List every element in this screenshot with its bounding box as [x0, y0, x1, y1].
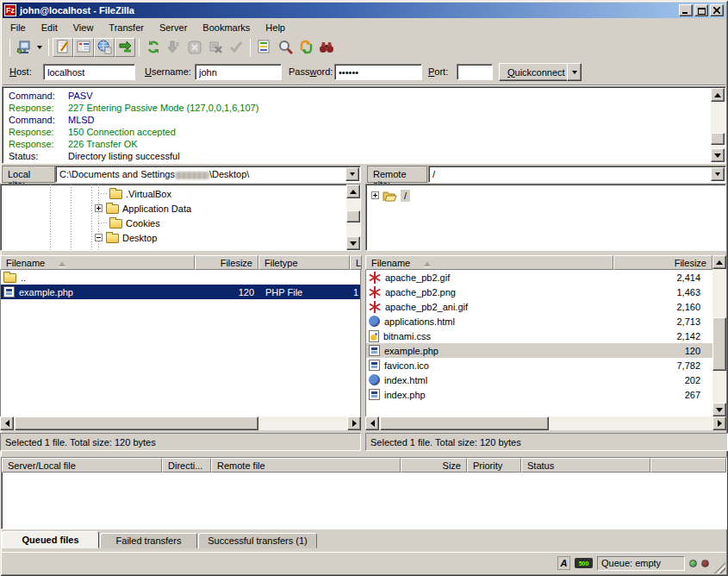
php-file-icon	[369, 345, 380, 356]
remote-file-row[interactable]: favicon.ico 7,782	[366, 358, 712, 373]
remote-file-row[interactable]: applications.html 2,713	[366, 314, 712, 329]
maximize-icon	[698, 7, 706, 15]
arrow-up-icon	[714, 90, 721, 97]
scroll-up-button[interactable]	[712, 255, 726, 269]
title-bar[interactable]: Fz john@localhost - FileZilla	[3, 3, 725, 18]
site-manager-button[interactable]	[14, 38, 34, 57]
minimize-button[interactable]	[679, 4, 693, 16]
quickconnect-dropdown-button[interactable]	[567, 63, 582, 81]
tree-item-virtualbox[interactable]: .VirtualBox	[109, 186, 171, 201]
toggle-transfer-queue-button[interactable]	[115, 38, 135, 57]
find-files-button[interactable]	[316, 38, 337, 57]
arrow-down-icon	[716, 408, 723, 416]
scroll-down-button[interactable]	[711, 148, 725, 162]
host-input[interactable]	[43, 64, 135, 80]
remote-header-filesize[interactable]: Filesize	[613, 255, 712, 270]
scroll-left-button[interactable]	[365, 416, 379, 430]
username-input[interactable]	[195, 64, 282, 80]
disconnect-button[interactable]	[205, 38, 226, 57]
toggle-remote-tree-button[interactable]	[94, 38, 115, 57]
port-input[interactable]	[457, 64, 493, 80]
directory-comparison-button[interactable]	[275, 38, 296, 57]
scrollbar-thumb[interactable]	[712, 317, 726, 371]
tab-successful-transfers[interactable]: Successful transfers (1)	[198, 533, 317, 548]
toggle-message-log-button[interactable]	[53, 38, 73, 57]
scroll-down-button[interactable]	[712, 403, 726, 416]
scroll-down-button[interactable]	[346, 236, 360, 250]
quickconnect-button[interactable]: Quickconnect	[499, 63, 574, 81]
remote-file-row[interactable]: apache_pb2.gif 2,414	[366, 270, 712, 285]
scroll-right-button[interactable]	[712, 416, 726, 430]
reconnect-button[interactable]	[226, 38, 246, 57]
queue-header-remote-file[interactable]: Remote file	[211, 458, 401, 473]
process-queue-button[interactable]	[164, 38, 184, 57]
transfer-type-ascii-indicator[interactable]: A	[557, 556, 570, 570]
scrollbar-thumb[interactable]	[15, 416, 258, 430]
local-tree-scrollbar[interactable]	[346, 185, 360, 250]
close-button[interactable]	[710, 4, 724, 16]
collapse-minus-icon[interactable]	[95, 234, 103, 241]
menu-server[interactable]: Server	[152, 21, 195, 34]
scrollbar-thumb[interactable]	[711, 133, 725, 145]
filezilla-logo-icon[interactable]: Fz	[4, 4, 16, 16]
scrollbar-thumb[interactable]	[380, 416, 549, 430]
refresh-button[interactable]	[143, 38, 164, 57]
directory-listing-filters-button[interactable]	[254, 38, 275, 57]
menu-edit[interactable]: Edit	[34, 21, 65, 34]
password-input[interactable]	[334, 64, 422, 80]
queue-header-status[interactable]: Status	[521, 458, 650, 473]
html-file-icon	[369, 316, 380, 327]
local-site-dropdown-button[interactable]	[345, 167, 359, 181]
local-list-hscrollbar[interactable]	[0, 416, 361, 430]
scroll-right-button[interactable]	[347, 416, 361, 430]
expand-plus-icon[interactable]	[371, 191, 379, 199]
tree-item-root[interactable]: /	[371, 188, 410, 203]
tab-failed-transfers[interactable]: Failed transfers	[100, 533, 197, 548]
tree-item-desktop[interactable]: Desktop	[95, 230, 157, 245]
menu-view[interactable]: View	[65, 21, 102, 34]
menu-transfer[interactable]: Transfer	[101, 21, 152, 34]
local-file-row[interactable]: ..	[1, 270, 360, 285]
queue-header: Server/Local file Directi... Remote file…	[2, 458, 726, 473]
expand-plus-icon[interactable]	[95, 204, 103, 212]
tree-item-cookies[interactable]: Cookies	[109, 216, 160, 230]
queue-header-server-local-file[interactable]: Server/Local file	[2, 458, 162, 473]
scroll-up-button[interactable]	[711, 88, 725, 102]
queue-header-priority[interactable]: Priority	[467, 458, 521, 473]
menu-help[interactable]: Help	[258, 21, 293, 34]
remote-site-dropdown-button[interactable]	[711, 167, 725, 181]
remote-file-row[interactable]: apache_pb2_ani.gif 2,160	[366, 299, 712, 314]
menu-bookmarks[interactable]: Bookmarks	[195, 21, 258, 34]
reconnect-icon	[229, 40, 244, 54]
tab-queued-files[interactable]: Queued files	[2, 531, 99, 548]
cancel-operation-button[interactable]	[184, 38, 205, 57]
tree-item-application-data[interactable]: Application Data	[95, 201, 191, 216]
remote-file-row[interactable]: index.php 267	[366, 387, 712, 402]
site-manager-dropdown-button[interactable]	[34, 38, 45, 57]
toggle-local-tree-button[interactable]	[73, 38, 94, 57]
local-header-filetype[interactable]: Filetype	[258, 255, 350, 270]
remote-file-row[interactable]: index.html 202	[366, 373, 712, 387]
local-site-combobox[interactable]: C:\Documents and Settings\Desktop\	[55, 166, 361, 183]
scroll-left-button[interactable]	[0, 416, 14, 430]
scrollbar-thumb[interactable]	[346, 210, 360, 222]
remote-file-row[interactable]: apache_pb2.png 1,463	[366, 285, 712, 299]
log-scrollbar[interactable]	[711, 88, 725, 162]
remote-site-combobox[interactable]: /	[428, 166, 726, 183]
menu-file[interactable]: File	[3, 21, 34, 34]
remote-list-hscrollbar[interactable]	[365, 416, 726, 430]
scroll-up-button[interactable]	[346, 185, 360, 198]
synchronized-browsing-button[interactable]	[296, 38, 316, 57]
speed-limit-icon[interactable]: 500	[575, 558, 593, 568]
local-file-row-selected[interactable]: example.php 120 PHP File 1	[1, 285, 360, 299]
local-header-last-modified[interactable]: Last modified	[350, 255, 362, 270]
remote-file-row-selected[interactable]: example.php 120	[366, 343, 712, 358]
remote-file-row[interactable]: bitnami.css 2,142	[366, 329, 712, 343]
local-header-filesize[interactable]: Filesize	[195, 255, 258, 270]
remote-header-filename[interactable]: Filename	[365, 255, 613, 270]
maximize-button[interactable]	[694, 4, 708, 16]
queue-header-direction[interactable]: Directi...	[162, 458, 211, 473]
queue-header-size[interactable]: Size	[401, 458, 467, 473]
remote-list-vscrollbar[interactable]	[712, 255, 726, 416]
local-header-filename[interactable]: Filename	[0, 255, 195, 270]
